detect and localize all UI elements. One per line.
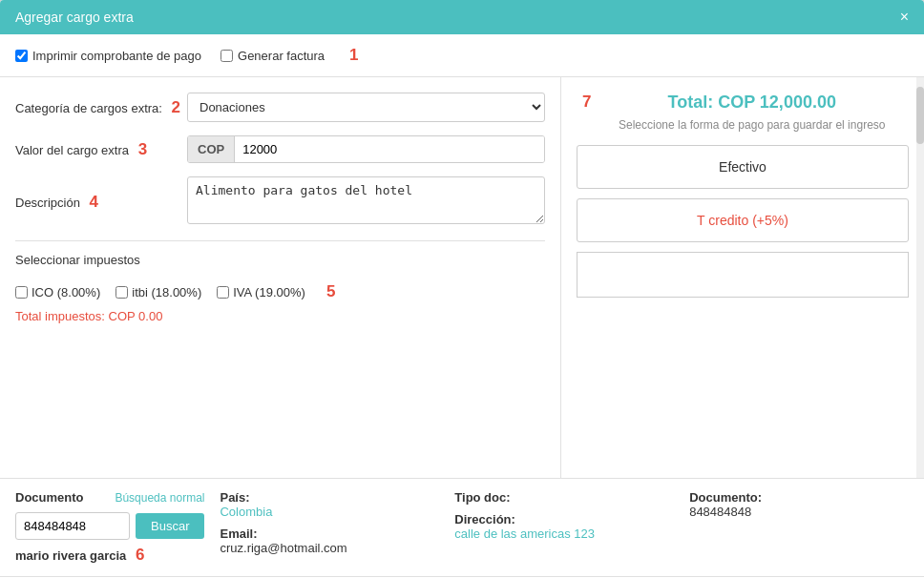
invoice-checkbox[interactable] [220, 50, 233, 62]
country-block: País: Colombia [220, 490, 439, 519]
tax-iva-label[interactable]: IVA (19.00%) [217, 285, 305, 299]
tipodoc-block: Tipo doc: [454, 490, 674, 505]
right-panel: 7 Total: COP 12,000.00 Seleccione la for… [561, 77, 924, 478]
step-1-badge: 1 [349, 46, 358, 65]
empty-payment-slot [577, 252, 909, 298]
description-textarea[interactable]: Alimento para gatos del hotel [187, 176, 545, 224]
tax-itbi-label[interactable]: itbi (18.00%) [116, 285, 201, 299]
tax-ico-checkbox[interactable] [15, 286, 28, 299]
tax-iva-text: IVA (19.00%) [233, 285, 305, 299]
customer-name: mario rivera garcia 6 [15, 546, 204, 565]
modal-agregar-cargo: Agregar cargo extra × Imprimir comproban… [0, 0, 924, 578]
description-label: Descripción 4 [15, 193, 187, 212]
documento-block: Documento: 848484848 [689, 490, 909, 519]
search-button[interactable]: Buscar [136, 513, 204, 539]
close-button[interactable]: × [900, 10, 909, 25]
country-label: País: [220, 490, 249, 505]
scrollbar-track[interactable] [916, 77, 924, 478]
tax-iva-checkbox[interactable] [217, 286, 229, 299]
step-3-badge: 3 [138, 140, 147, 158]
value-row: Valor del cargo extra 3 COP [15, 135, 545, 163]
invoice-label: Generar factura [238, 49, 325, 63]
description-control: Alimento para gatos del hotel [187, 176, 545, 227]
doc-label: Documento [15, 490, 84, 505]
doc-input-row: Buscar [15, 512, 204, 540]
print-label: Imprimir comprobante de pago [32, 49, 201, 63]
print-checkbox-label[interactable]: Imprimir comprobante de pago [15, 49, 201, 63]
left-panel: Categoría de cargos extra: 2 Donaciones … [0, 77, 561, 478]
document-section: Documento Búsqueda normal Buscar mario r… [0, 478, 924, 576]
category-select[interactable]: Donaciones Servicios Otros [187, 93, 545, 122]
tipodoc-dir-col: Tipo doc: Dirección: calle de las americ… [454, 490, 674, 548]
tcredito-button[interactable]: T credito (+5%) [577, 198, 909, 242]
tax-itbi-text: itbi (18.00%) [132, 285, 201, 299]
value-control: COP [187, 135, 545, 163]
tax-ico-text: ICO (8.00%) [32, 285, 100, 299]
tax-itbi-checkbox[interactable] [116, 286, 128, 299]
doc-col-header: Documento Búsqueda normal [15, 490, 204, 505]
step-7-badge: 7 [582, 93, 591, 112]
documento-value: 848484848 [689, 505, 751, 519]
print-checkbox[interactable] [15, 50, 28, 62]
email-block: Email: cruz.riga@hotmail.com [220, 526, 439, 555]
payment-subtitle: Seleccione la forma de pago para guardar… [595, 118, 909, 132]
efectivo-button[interactable]: Efectivo [577, 145, 909, 189]
taxes-title: Seleccionar impuestos [15, 253, 140, 267]
total-taxes-text: Total impuestos: COP 0.00 [15, 309, 545, 323]
taxes-row: ICO (8.00%) itbi (18.00%) IVA (19.00%) 5 [15, 282, 545, 301]
category-control: Donaciones Servicios Otros [187, 93, 545, 122]
category-row: Categoría de cargos extra: 2 Donaciones … [15, 93, 545, 122]
modal-header: Agregar cargo extra × [0, 0, 924, 34]
country-value: Colombia [220, 505, 272, 519]
modal-body: Categoría de cargos extra: 2 Donaciones … [0, 77, 924, 478]
step-2-badge: 2 [172, 98, 180, 116]
email-value: cruz.riga@hotmail.com [220, 541, 346, 555]
documento-label: Documento: [689, 490, 762, 505]
invoice-checkbox-label[interactable]: Generar factura [220, 49, 325, 63]
value-label: Valor del cargo extra 3 [15, 140, 187, 159]
currency-input-wrapper: COP [187, 135, 545, 163]
description-row: Descripción 4 Alimento para gatos del ho… [15, 176, 545, 227]
modal-options: Imprimir comprobante de pago Generar fac… [0, 34, 924, 77]
tipodoc-label: Tipo doc: [454, 490, 510, 505]
search-type-link[interactable]: Búsqueda normal [115, 491, 204, 505]
step-4-badge: 4 [90, 193, 98, 211]
amount-input[interactable] [235, 136, 544, 162]
modal-title: Agregar cargo extra [15, 10, 134, 25]
taxes-section: Seleccionar impuestos ICO (8.00%) itbi (… [15, 253, 545, 323]
email-label: Email: [220, 526, 257, 541]
direccion-value: calle de las americas 123 [454, 526, 595, 541]
category-label: Categoría de cargos extra: 2 [15, 98, 187, 117]
direccion-block: Dirección: calle de las americas 123 [454, 512, 674, 541]
total-display: Total: COP 12,000.00 [595, 93, 909, 113]
doc-input-col: Documento Búsqueda normal Buscar mario r… [15, 490, 204, 565]
scrollbar-thumb[interactable] [916, 87, 924, 144]
tax-ico-label[interactable]: ICO (8.00%) [15, 285, 100, 299]
step-5-badge: 5 [326, 282, 335, 301]
step-6-badge: 6 [136, 546, 144, 564]
country-email-col: País: Colombia Email: cruz.riga@hotmail.… [220, 490, 439, 563]
document-input[interactable] [15, 512, 130, 540]
currency-badge: COP [188, 136, 235, 162]
documento-col: Documento: 848484848 [689, 490, 909, 526]
direccion-label: Dirección: [454, 512, 515, 526]
divider-1 [15, 240, 545, 241]
